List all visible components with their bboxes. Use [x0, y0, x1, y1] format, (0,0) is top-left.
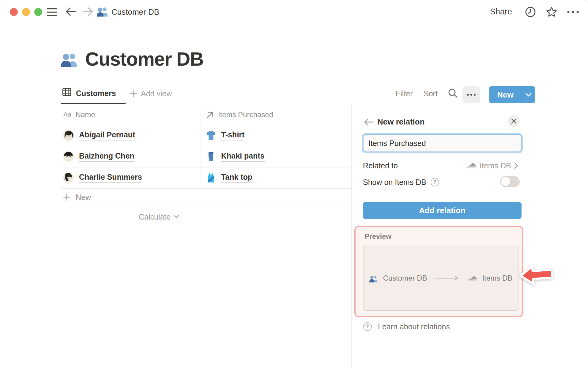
column-header-name[interactable]: Aa Name	[63, 105, 95, 125]
tab-customers[interactable]: Customers	[76, 89, 116, 98]
more-options-icon[interactable]	[567, 10, 579, 14]
table-row[interactable]: Baizheng Chen	[63, 146, 134, 167]
chevron-down-icon	[526, 93, 532, 97]
avatar-charlie	[63, 172, 74, 183]
add-row-button[interactable]: New	[63, 188, 91, 206]
table-row[interactable]: Charlie Summers	[63, 167, 142, 188]
relation-preview-card: Customer DB Items DB	[363, 246, 518, 311]
cell-item[interactable]: Khaki pants	[221, 151, 265, 162]
sidebar-menu-icon[interactable]	[47, 8, 57, 16]
people-icon	[61, 52, 78, 67]
table-row[interactable]: Abigail Pernaut	[63, 125, 135, 146]
sneaker-icon	[466, 162, 477, 169]
toolbar-divider	[61, 104, 535, 104]
column-header-items-purchased[interactable]: Items Purchased	[206, 105, 273, 125]
avatar-baizheng	[63, 151, 74, 162]
share-button[interactable]: Share	[490, 7, 512, 17]
text-property-icon: Aa	[63, 111, 71, 118]
related-to-value[interactable]: Items DB	[466, 160, 518, 171]
cell-item[interactable]: Tank top	[221, 173, 252, 183]
notion-window: Customer DB Share Customer DB Customers …	[0, 0, 588, 368]
preview-target-db: Items DB	[482, 274, 513, 282]
new-record-split-button: New	[489, 86, 535, 103]
tanktop-icon	[205, 172, 217, 183]
panel-title: New relation	[377, 117, 425, 127]
search-icon[interactable]	[448, 88, 458, 98]
cell-name[interactable]: Baizheng Chen	[79, 151, 134, 162]
relation-arrow-icon	[206, 111, 214, 119]
back-icon[interactable]	[66, 7, 76, 16]
add-relation-button[interactable]: Add relation	[363, 202, 522, 219]
favorite-star-icon[interactable]	[546, 6, 557, 17]
related-to-label: Related to	[363, 161, 398, 170]
sneaker-icon	[467, 275, 477, 282]
page-title: Customer DB	[85, 48, 203, 70]
history-clock-icon[interactable]	[525, 6, 536, 17]
plus-icon	[130, 90, 138, 97]
new-record-dropdown-button[interactable]	[522, 86, 535, 103]
close-window-button[interactable]	[10, 8, 18, 16]
table-view-icon	[62, 87, 71, 97]
new-record-button[interactable]: New	[489, 86, 522, 103]
tshirt-icon	[205, 130, 217, 141]
chevron-right-icon	[514, 162, 518, 169]
sort-button[interactable]: Sort	[424, 89, 438, 98]
table-cell-relation[interactable]: Tank top	[205, 167, 252, 188]
table-cell-relation[interactable]: Khaki pants	[205, 146, 265, 167]
table-cell-relation[interactable]: T-shirt	[205, 125, 244, 146]
show-on-items-db-row: Show on Items DB ?	[363, 177, 439, 187]
column-divider[interactable]	[201, 105, 201, 188]
cell-name[interactable]: Abigail Pernaut	[79, 130, 135, 140]
plus-icon	[63, 194, 70, 201]
active-tab-underline	[61, 103, 126, 104]
calculate-button[interactable]: Calculate	[139, 206, 179, 228]
add-view-button[interactable]: Add view	[141, 89, 172, 98]
minimize-window-button[interactable]	[22, 8, 30, 16]
toggle-knob	[501, 177, 510, 186]
learn-about-relations-link[interactable]: ? Learn about relations	[363, 322, 450, 331]
ellipsis-icon	[467, 94, 476, 96]
titlebar-page-title: Customer DB	[111, 7, 159, 17]
show-on-label: Show on Items DB	[363, 178, 426, 187]
jeans-icon	[205, 151, 217, 162]
filter-button[interactable]: Filter	[396, 89, 413, 98]
panel-back-icon[interactable]	[364, 118, 374, 126]
people-icon	[96, 6, 109, 17]
avatar-abigail	[63, 130, 74, 141]
long-arrow-right-icon	[434, 276, 460, 281]
people-icon	[369, 275, 378, 283]
cell-item[interactable]: T-shirt	[221, 130, 244, 140]
preview-label: Preview	[365, 232, 391, 241]
preview-source-db: Customer DB	[383, 274, 427, 282]
close-icon	[511, 118, 517, 124]
row-divider	[61, 206, 351, 206]
zoom-window-button[interactable]	[34, 8, 42, 16]
panel-close-button[interactable]	[508, 115, 520, 127]
titlebar: Customer DB Share	[0, 0, 588, 23]
forward-icon[interactable]	[83, 7, 93, 16]
preview-highlight-box: Preview Customer DB Items DB	[354, 226, 523, 317]
cell-name[interactable]: Charlie Summers	[79, 173, 142, 183]
show-on-toggle[interactable]	[500, 176, 520, 187]
relation-name-input[interactable]	[363, 134, 522, 152]
row-divider	[61, 188, 351, 189]
help-icon[interactable]: ?	[431, 178, 439, 186]
chevron-down-icon	[174, 215, 179, 219]
panel-divider	[351, 105, 352, 368]
help-icon: ?	[363, 322, 372, 331]
annotation-arrow-icon	[518, 263, 554, 286]
view-options-button[interactable]	[462, 86, 480, 103]
